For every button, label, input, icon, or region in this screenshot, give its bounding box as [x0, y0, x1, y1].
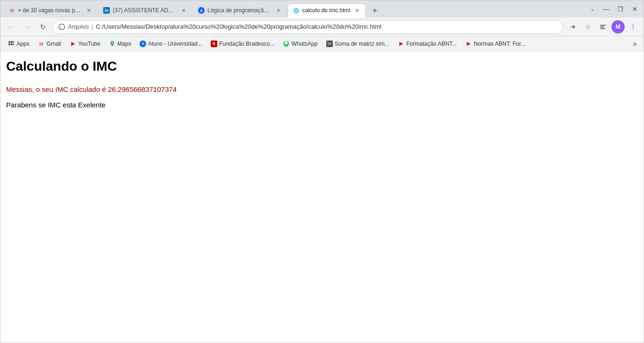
- page-content: Calculando o IMC Messias, o seu IMC calc…: [0, 51, 644, 343]
- bookmarks-more-button[interactable]: »: [630, 39, 640, 49]
- url-text: C:/Users/Messias/Desktop/alura%20curso%2…: [96, 23, 381, 30]
- bookmark-favicon-normas: ▶: [465, 41, 472, 47]
- bookmark-favicon-gmail: M: [38, 41, 44, 47]
- bookmarks-bar: Apps M Gmail ▶ YouTube Maps: [0, 36, 644, 51]
- url-protocol: Arquivo: [68, 23, 89, 30]
- bookmark-apps[interactable]: Apps: [4, 39, 33, 49]
- forward-button[interactable]: →: [20, 20, 33, 33]
- minimize-button[interactable]: —: [600, 3, 612, 15]
- svg-rect-2: [600, 24, 606, 25]
- bookmark-label-bradesco: Fundação Bradesco...: [219, 41, 274, 47]
- svg-point-11: [111, 42, 113, 43]
- tab-title-linkedin: (37) ASSISTENTE ADMINISTRATI...: [113, 7, 177, 14]
- tab-close-gmail[interactable]: ✕: [85, 7, 92, 14]
- bookmark-maps[interactable]: Maps: [105, 39, 135, 49]
- close-button[interactable]: ✕: [628, 3, 641, 15]
- tab-gmail[interactable]: M + de 30 vagas novas para 'Auxili... ✕: [3, 3, 98, 17]
- title-bar: M + de 30 vagas novas para 'Auxili... ✕ …: [0, 0, 644, 17]
- bookmark-label-formatacao: Formatação ABNT...: [406, 41, 457, 47]
- share-icon: [569, 23, 577, 31]
- bookmark-youtube[interactable]: ▶ YouTube: [66, 39, 104, 49]
- imc-message-text: Parabens se IMC esta Exelente: [6, 101, 638, 109]
- bookmark-label-apps: Apps: [17, 41, 29, 47]
- svg-rect-8: [8, 43, 10, 45]
- bookmark-label-maps: Maps: [117, 41, 131, 47]
- page-title: Calculando o IMC: [6, 59, 638, 74]
- svg-text:i: i: [60, 25, 61, 29]
- url-bar[interactable]: i Arquivo | C:/Users/Messias/Desktop/alu…: [52, 20, 563, 34]
- svg-rect-9: [11, 43, 13, 45]
- bookmark-label-youtube: YouTube: [78, 41, 100, 47]
- svg-rect-6: [11, 41, 13, 43]
- bookmark-favicon-maps: [109, 41, 116, 47]
- bookmark-label-normas: Normas ABNT: For...: [474, 41, 525, 47]
- tab-favicon-gmail: M: [8, 7, 15, 14]
- tab-favicon-alura: a: [198, 7, 205, 14]
- bookmark-favicon-youtube: ▶: [70, 41, 76, 47]
- tabs-container: M + de 30 vagas novas para 'Auxili... ✕ …: [3, 0, 586, 17]
- tab-favicon-imc: 🌐: [293, 7, 299, 14]
- tab-title-gmail: + de 30 vagas novas para 'Auxili...: [18, 7, 82, 14]
- lock-icon: i: [58, 24, 65, 30]
- tab-close-alura[interactable]: ✕: [274, 7, 282, 14]
- reload-button[interactable]: ↻: [36, 20, 50, 33]
- window-controls: ⌄ — ❐ ✕: [586, 3, 641, 15]
- bookmark-formatacao-abnt[interactable]: ▶ Formatação ABNT...: [394, 39, 461, 49]
- bookmark-favicon-formatacao: ▶: [398, 41, 405, 47]
- bookmark-label-gmail: Gmail: [46, 41, 61, 47]
- restore-button[interactable]: ❐: [614, 3, 627, 15]
- tab-close-imc[interactable]: ✕: [353, 7, 361, 14]
- svg-rect-4: [600, 28, 605, 29]
- address-bar: ← → ↻ i Arquivo | C:/Users/Messias/Deskt…: [0, 17, 644, 36]
- maps-icon: [109, 41, 116, 47]
- tab-title-imc: calculo do imc.html: [302, 7, 350, 14]
- tab-title-alura: Lógica de programação I: os pri...: [207, 7, 272, 14]
- tab-linkedin[interactable]: in (37) ASSISTENTE ADMINISTRATI... ✕: [98, 3, 192, 17]
- tab-search-icon: [600, 24, 606, 30]
- whatsapp-icon: [283, 41, 289, 47]
- tab-alura[interactable]: a Lógica de programação I: os pri... ✕: [193, 3, 287, 17]
- apps-grid-icon: [8, 41, 15, 47]
- bookmark-favicon-bradesco: B: [211, 41, 217, 47]
- bookmark-whatsapp[interactable]: WhatsApp: [279, 39, 321, 49]
- svg-rect-3: [600, 26, 604, 27]
- bookmark-favicon-whatsapp: [283, 41, 289, 47]
- new-tab-button[interactable]: +: [368, 4, 381, 17]
- bookmark-label-whatsapp: WhatsApp: [291, 41, 317, 47]
- tab-imc-active[interactable]: 🌐 calculo do imc.html ✕: [288, 3, 366, 17]
- bookmark-label-soma: Soma de matriz sim...: [335, 41, 389, 47]
- menu-button[interactable]: ⋮: [627, 20, 640, 33]
- bookmark-favicon-aluno: A: [140, 41, 146, 47]
- svg-rect-10: [13, 43, 14, 45]
- bookmark-gmail[interactable]: M Gmail: [34, 39, 65, 49]
- share-button[interactable]: [566, 20, 579, 33]
- bookmark-soma-matriz[interactable]: W Soma de matriz sim...: [322, 39, 393, 49]
- window-list-button[interactable]: ⌄: [586, 3, 598, 15]
- tab-search-button[interactable]: [596, 20, 610, 33]
- address-actions: ☆ M ⋮: [566, 20, 640, 33]
- bookmark-aluno[interactable]: A Aluno - Universidad...: [136, 39, 206, 49]
- bookmark-normas-abnt[interactable]: ▶ Normas ABNT: For...: [462, 39, 529, 49]
- tab-favicon-linkedin: in: [103, 7, 110, 14]
- bookmark-favicon-apps: [8, 41, 15, 47]
- browser-window: M + de 30 vagas novas para 'Auxili... ✕ …: [0, 0, 644, 343]
- svg-rect-5: [8, 41, 10, 43]
- back-button[interactable]: ←: [4, 20, 17, 33]
- bookmark-label-aluno: Aluno - Universidad...: [148, 41, 202, 47]
- profile-avatar[interactable]: M: [611, 20, 625, 33]
- svg-rect-7: [13, 41, 14, 43]
- bookmark-favicon-soma: W: [326, 41, 333, 47]
- tab-close-linkedin[interactable]: ✕: [180, 7, 187, 14]
- bookmark-bradesco[interactable]: B Fundação Bradesco...: [207, 39, 278, 49]
- imc-result-text: Messias, o seu IMC calculado é 26.296566…: [6, 85, 638, 93]
- bookmark-star-button[interactable]: ☆: [581, 20, 594, 33]
